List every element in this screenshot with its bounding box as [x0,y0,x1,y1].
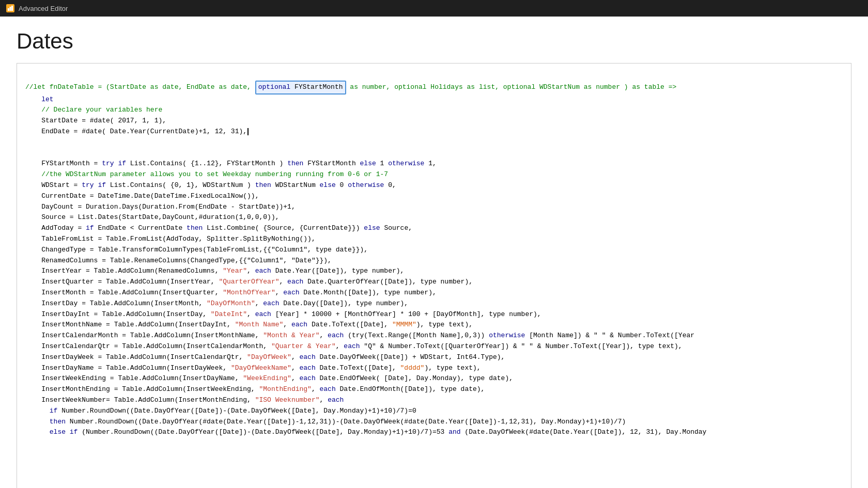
app-icon [6,4,14,12]
svg-rect-2 [11,6,13,11]
highlighted-token: optional FYStartMonth [255,81,346,95]
editor-container[interactable]: //let fnDateTable = (StartDate as date, … [17,63,851,488]
svg-rect-0 [8,8,9,11]
title-bar: Advanced Editor [0,0,868,17]
title-bar-text: Advanced Editor [19,5,68,12]
code-editor[interactable]: //let fnDateTable = (StartDate as date, … [25,70,843,449]
page-title: Dates [17,29,851,54]
main-area: Dates //let fnDateTable = (StartDate as … [0,17,868,488]
svg-rect-1 [10,7,11,11]
